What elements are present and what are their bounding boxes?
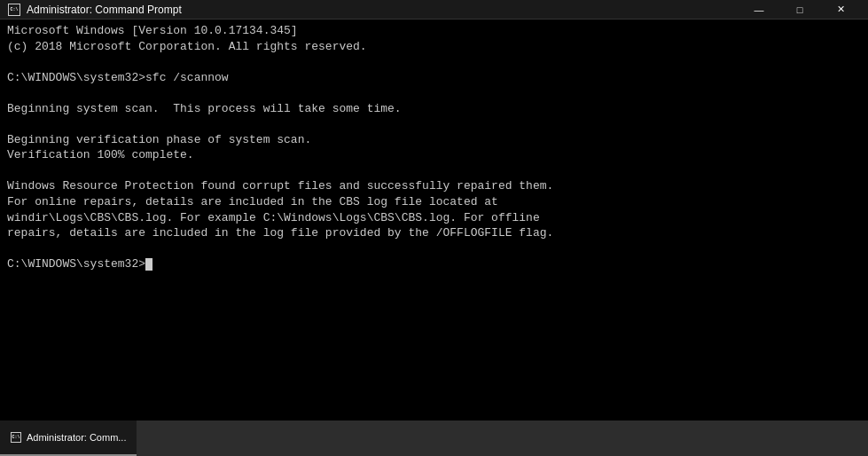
- maximize-button[interactable]: □: [779, 0, 820, 20]
- taskbar-item[interactable]: Administrator: Comm...: [0, 421, 137, 456]
- title-bar-left: Administrator: Command Prompt: [7, 3, 182, 17]
- taskbar-item-label: Administrator: Comm...: [27, 432, 126, 443]
- taskbar-icon: [11, 432, 21, 443]
- taskbar: Administrator: Comm...: [0, 421, 868, 456]
- cmd-icon: [8, 4, 20, 16]
- close-button[interactable]: ✕: [820, 0, 861, 20]
- cmd-window: Administrator: Command Prompt — □ ✕ Micr…: [0, 0, 868, 456]
- window-controls: — □ ✕: [739, 0, 861, 20]
- title-bar: Administrator: Command Prompt — □ ✕: [0, 0, 868, 20]
- minimize-button[interactable]: —: [739, 0, 779, 20]
- window-title: Administrator: Command Prompt: [27, 4, 182, 16]
- console-area[interactable]: Microsoft Windows [Version 10.0.17134.34…: [0, 20, 868, 421]
- app-icon: [7, 3, 21, 17]
- console-output: Microsoft Windows [Version 10.0.17134.34…: [7, 23, 861, 272]
